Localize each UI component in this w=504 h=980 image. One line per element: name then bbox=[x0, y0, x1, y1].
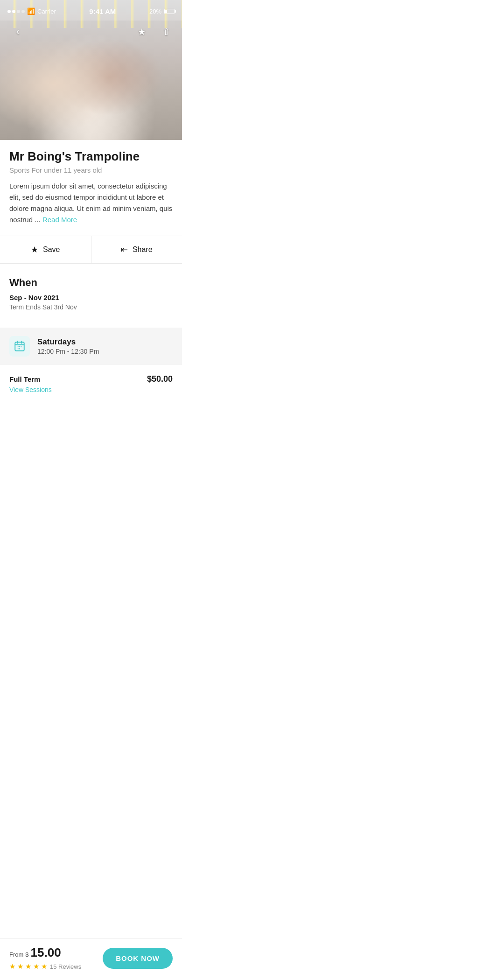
share-header-button[interactable]: ⇧ bbox=[158, 23, 175, 40]
signal-dot-3 bbox=[17, 10, 20, 13]
calendar-icon bbox=[14, 340, 26, 352]
bookmark-button[interactable]: ★ bbox=[133, 23, 150, 40]
pricing-label: Full Term bbox=[9, 375, 40, 383]
save-button[interactable]: ★ Save bbox=[0, 236, 91, 263]
status-right: 20% bbox=[149, 8, 175, 15]
read-more-button[interactable]: Read More bbox=[42, 216, 77, 224]
clock: 9:41 AM bbox=[89, 7, 116, 15]
carrier-label: Carrier bbox=[37, 8, 56, 15]
save-label: Save bbox=[43, 245, 60, 254]
activity-title: Mr Boing's Trampoline bbox=[9, 149, 173, 164]
share-icon: ⇧ bbox=[162, 26, 170, 37]
when-section: When Sep - Nov 2021 Term Ends Sat 3rd No… bbox=[0, 264, 182, 320]
svg-point-3 bbox=[21, 346, 21, 347]
when-heading: When bbox=[9, 277, 173, 289]
signal-dot-2 bbox=[12, 10, 15, 13]
signal-indicator bbox=[7, 10, 25, 13]
schedule-card: Saturdays 12:00 Pm - 12:30 Pm bbox=[0, 328, 182, 365]
signal-dot-1 bbox=[7, 10, 11, 13]
pricing-amount: $50.00 bbox=[147, 374, 173, 384]
schedule-time: 12:00 Pm - 12:30 Pm bbox=[37, 348, 99, 355]
term-ends: Term Ends Sat 3rd Nov bbox=[9, 303, 173, 311]
share-action-icon: ⇤ bbox=[121, 245, 128, 255]
pricing-row: Full Term $50.00 bbox=[0, 365, 182, 386]
hero-image: ‹ ★ ⇧ bbox=[0, 0, 182, 140]
schedule-day: Saturdays bbox=[37, 337, 99, 347]
save-star-icon: ★ bbox=[31, 245, 38, 255]
svg-point-4 bbox=[18, 349, 19, 350]
back-button[interactable]: ‹ bbox=[9, 23, 26, 40]
status-left: 📶 Carrier bbox=[7, 7, 56, 15]
action-row: ★ Save ⇤ Share bbox=[0, 236, 182, 264]
share-button[interactable]: ⇤ Share bbox=[91, 236, 182, 263]
share-label: Share bbox=[133, 245, 153, 254]
content-area: Mr Boing's Trampoline Sports For under 1… bbox=[0, 140, 182, 443]
signal-dot-4 bbox=[21, 10, 25, 13]
activity-subtitle: Sports For under 11 years old bbox=[9, 166, 173, 174]
svg-point-1 bbox=[18, 346, 19, 347]
title-section: Mr Boing's Trampoline Sports For under 1… bbox=[0, 140, 182, 174]
description-text: Lorem ipsum dolor sit amet, consectetur … bbox=[9, 182, 172, 224]
back-icon: ‹ bbox=[16, 26, 19, 38]
bottom-spacer bbox=[0, 401, 182, 443]
nav-actions: ★ ⇧ bbox=[133, 23, 175, 40]
schedule-info: Saturdays 12:00 Pm - 12:30 Pm bbox=[37, 337, 99, 355]
calendar-icon-container bbox=[9, 336, 30, 357]
view-sessions-link[interactable]: View Sessions bbox=[0, 386, 182, 401]
svg-point-5 bbox=[19, 349, 20, 350]
wifi-icon: 📶 bbox=[27, 7, 35, 15]
date-range: Sep - Nov 2021 bbox=[9, 294, 173, 301]
battery-icon bbox=[164, 9, 175, 14]
battery-percent: 20% bbox=[149, 8, 161, 15]
star-icon: ★ bbox=[138, 26, 146, 37]
description-section: Lorem ipsum dolor sit amet, consectetur … bbox=[0, 174, 182, 225]
svg-point-2 bbox=[19, 346, 20, 347]
status-bar: 📶 Carrier 9:41 AM 20% bbox=[0, 0, 182, 21]
